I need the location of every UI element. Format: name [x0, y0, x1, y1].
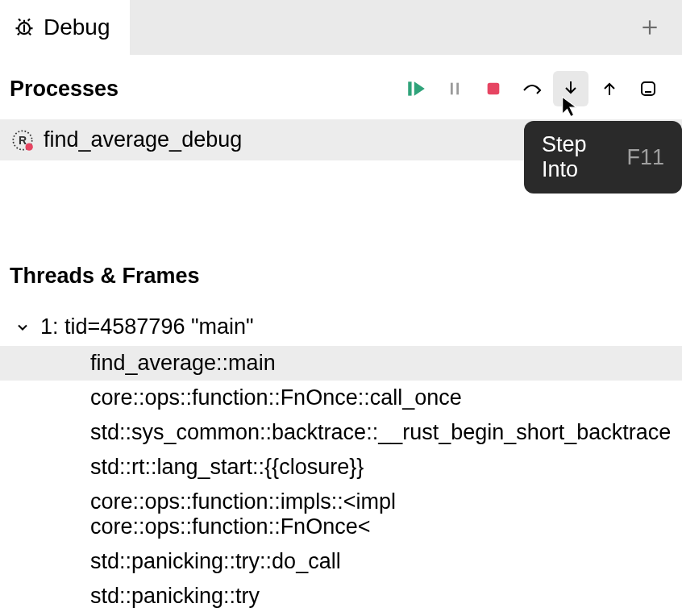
svg-text:R: R — [19, 133, 27, 146]
tooltip-shortcut: F11 — [626, 145, 664, 170]
svg-rect-10 — [642, 82, 655, 95]
step-into-tooltip: Step Into F11 — [524, 121, 682, 194]
tab-bar: Debug — [0, 0, 682, 55]
threads-frames-section: Threads & Frames 1: tid=4587796 "main" f… — [0, 233, 682, 616]
pause-button[interactable] — [437, 71, 472, 106]
process-name: find_average_debug — [44, 127, 242, 152]
rust-icon: R — [11, 129, 34, 152]
frame-row[interactable]: std::sys_common::backtrace::__rust_begin… — [10, 415, 672, 450]
frame-row[interactable]: core::ops::function::impls::<impl core::… — [10, 485, 672, 544]
chevron-down-icon — [15, 319, 31, 335]
frame-row[interactable]: core::ops::function::FnOnce::call_once — [10, 381, 672, 415]
frame-label: std::panicking::try — [90, 584, 260, 608]
tab-label: Debug — [44, 15, 110, 40]
add-tab-button[interactable] — [634, 11, 666, 44]
frame-row[interactable]: std::rt::lang_start::{{closure}} — [10, 450, 672, 485]
processes-header: Processes — [0, 55, 682, 119]
tab-bar-filler — [130, 0, 682, 55]
frame-label: find_average::main — [90, 351, 276, 375]
threads-frames-title: Threads & Frames — [10, 264, 672, 289]
debug-tab[interactable]: Debug — [0, 0, 130, 55]
frame-row[interactable]: find_average::main — [0, 346, 682, 381]
svg-rect-4 — [408, 81, 411, 95]
thread-row[interactable]: 1: tid=4587796 "main" — [10, 308, 672, 346]
frame-label: std::rt::lang_start::{{closure}} — [90, 455, 364, 479]
stop-button[interactable] — [476, 71, 511, 106]
view-breakpoints-button[interactable] — [630, 71, 666, 106]
processes-title: Processes — [10, 77, 392, 102]
svg-point-14 — [26, 143, 33, 150]
frame-label: std::panicking::try::do_call — [90, 549, 341, 573]
frame-label: core::ops::function::impls::<impl core::… — [90, 489, 396, 539]
frame-row[interactable]: std::panicking::try::do_call — [10, 544, 672, 579]
frame-label: core::ops::function::FnOnce::call_once — [90, 385, 462, 410]
resume-button[interactable] — [398, 71, 434, 106]
step-into-button[interactable] — [553, 71, 588, 106]
frame-label: std::sys_common::backtrace::__rust_begin… — [90, 420, 671, 444]
thread-label: 1: tid=4587796 "main" — [40, 314, 254, 339]
step-out-button[interactable] — [592, 71, 627, 106]
debug-icon — [13, 16, 35, 39]
svg-rect-7 — [488, 83, 500, 95]
tooltip-label: Step Into — [542, 132, 618, 182]
debug-toolbar — [398, 71, 672, 106]
step-over-button[interactable] — [514, 71, 550, 106]
frame-row[interactable]: std::panicking::try — [10, 579, 672, 614]
